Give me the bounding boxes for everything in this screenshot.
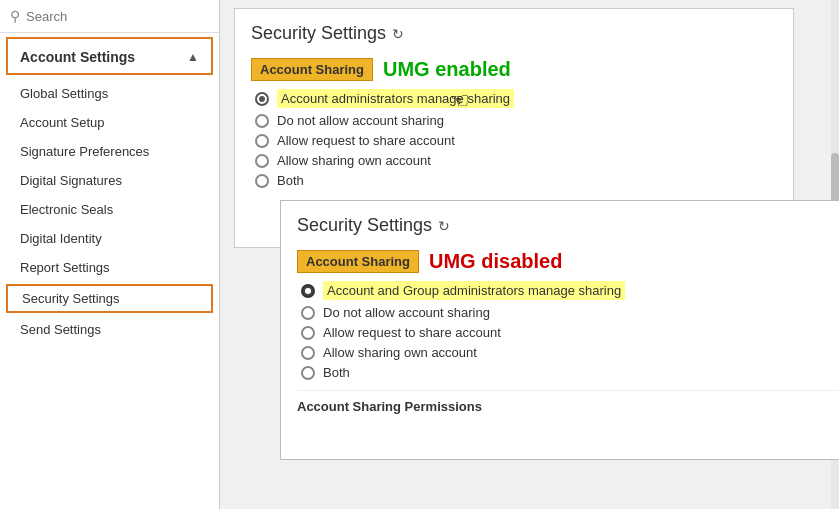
radio-button-1-1[interactable] (255, 92, 269, 106)
sidebar-item-electronic-seals[interactable]: Electronic Seals (0, 195, 219, 224)
refresh-icon-2[interactable]: ↻ (438, 218, 450, 234)
panel2-section-label: Account Sharing (297, 250, 419, 273)
search-icon: ⚲ (10, 8, 20, 24)
radio-button-1-2[interactable] (255, 114, 269, 128)
account-settings-header[interactable]: Account Settings ▲ (6, 37, 213, 75)
sidebar-item-digital-signatures[interactable]: Digital Signatures (0, 166, 219, 195)
panel2-title: Security Settings ↻ (297, 215, 839, 236)
radio-button-1-3[interactable] (255, 134, 269, 148)
refresh-icon-1[interactable]: ↻ (392, 26, 404, 42)
radio-button-1-4[interactable] (255, 154, 269, 168)
radio-label-1-2: Do not allow account sharing (277, 113, 444, 128)
panel1-title: Security Settings ↻ (251, 23, 777, 44)
radio-button-2-4[interactable] (301, 346, 315, 360)
radio-item-2-5[interactable]: Both (301, 365, 839, 380)
radio-item-1-3[interactable]: Allow request to share account (255, 133, 777, 148)
sidebar-item-account-setup[interactable]: Account Setup (0, 108, 219, 137)
panel1-section-label: Account Sharing (251, 58, 373, 81)
sidebar-item-signature-preferences[interactable]: Signature Preferences (0, 137, 219, 166)
radio-item-2-1[interactable]: Account and Group administrators manage … (301, 281, 839, 300)
search-input[interactable] (26, 9, 209, 24)
radio-item-1-2[interactable]: Do not allow account sharing (255, 113, 777, 128)
sidebar-item-digital-identity[interactable]: Digital Identity (0, 224, 219, 253)
radio-label-2-5: Both (323, 365, 350, 380)
sidebar: ⚲ Account Settings ▲ Global Settings Acc… (0, 0, 220, 509)
security-settings-panel-2: Security Settings ↻ Account Sharing UMG … (280, 200, 839, 460)
panel1-umg-status: UMG enabled (383, 58, 511, 81)
radio-item-2-3[interactable]: Allow request to share account (301, 325, 839, 340)
account-settings-label: Account Settings (20, 49, 135, 65)
panel2-section-header-row: Account Sharing UMG disabled (297, 250, 839, 273)
radio-label-1-3: Allow request to share account (277, 133, 455, 148)
radio-label-1-5: Both (277, 173, 304, 188)
radio-label-2-2: Do not allow account sharing (323, 305, 490, 320)
panel2-radio-list: Account and Group administrators manage … (297, 281, 839, 380)
main-content: Security Settings ↻ Account Sharing UMG … (220, 0, 839, 509)
sidebar-item-send-settings[interactable]: Send Settings (0, 315, 219, 344)
radio-label-1-4: Allow sharing own account (277, 153, 431, 168)
sidebar-item-global-settings[interactable]: Global Settings (0, 79, 219, 108)
radio-label-1-1: Account administrators manage sharing (277, 89, 514, 108)
radio-item-1-4[interactable]: Allow sharing own account (255, 153, 777, 168)
search-box[interactable]: ⚲ (0, 0, 219, 33)
account-sharing-permissions-label: Account Sharing Permissions (297, 390, 839, 414)
radio-item-2-4[interactable]: Allow sharing own account (301, 345, 839, 360)
chevron-up-icon: ▲ (187, 50, 199, 64)
panel2-umg-status: UMG disabled (429, 250, 562, 273)
radio-label-2-3: Allow request to share account (323, 325, 501, 340)
radio-label-2-1: Account and Group administrators manage … (323, 281, 625, 300)
radio-label-2-4: Allow sharing own account (323, 345, 477, 360)
panel1-title-text: Security Settings (251, 23, 386, 44)
radio-item-1-1[interactable]: Account administrators manage sharing (255, 89, 777, 108)
radio-button-2-1[interactable] (301, 284, 315, 298)
panel1-section-header-row: Account Sharing UMG enabled (251, 58, 777, 81)
sidebar-item-report-settings[interactable]: Report Settings (0, 253, 219, 282)
radio-button-2-2[interactable] (301, 306, 315, 320)
sidebar-item-security-settings[interactable]: Security Settings (6, 284, 213, 313)
radio-item-2-2[interactable]: Do not allow account sharing (301, 305, 839, 320)
radio-button-2-5[interactable] (301, 366, 315, 380)
radio-button-1-5[interactable] (255, 174, 269, 188)
panel2-title-text: Security Settings (297, 215, 432, 236)
sidebar-nav: Global Settings Account Setup Signature … (0, 75, 219, 509)
radio-item-1-5[interactable]: Both (255, 173, 777, 188)
panel1-radio-list: Account administrators manage sharing Do… (251, 89, 777, 188)
radio-button-2-3[interactable] (301, 326, 315, 340)
